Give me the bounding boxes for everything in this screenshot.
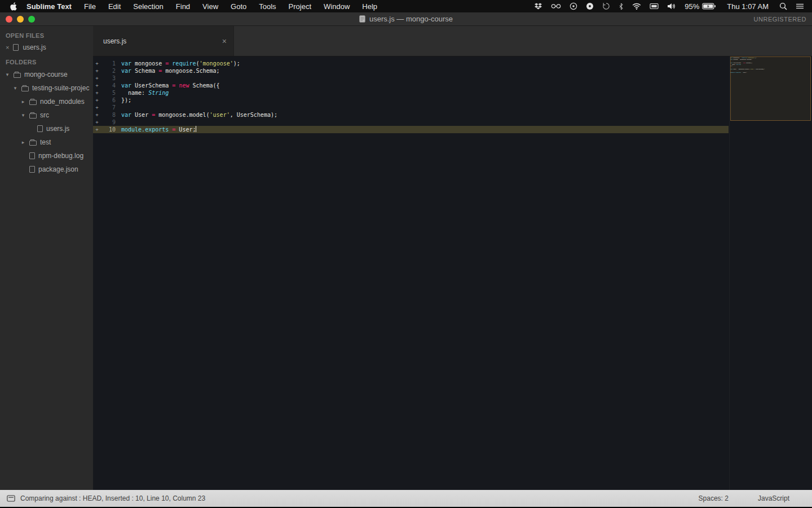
display-icon[interactable] [650, 3, 659, 10]
circle-app-icon[interactable] [586, 2, 594, 10]
code-text: var User = mongoose.model('user', UserSc… [116, 111, 277, 119]
line-number: 3 [101, 75, 116, 82]
diff-added-marker: + [93, 104, 101, 111]
code-line-9[interactable]: +9 [93, 119, 729, 126]
glasses-icon[interactable] [551, 3, 561, 9]
tree-item-label: testing-suite-projec [32, 84, 89, 92]
volume-icon[interactable] [667, 3, 676, 10]
disclosure-triangle-icon[interactable]: ▾ [12, 85, 18, 91]
folder-icon [29, 100, 37, 105]
file-icon [29, 166, 35, 173]
code-lines: +1var mongoose = require('mongoose');+2v… [93, 56, 729, 133]
menu-help[interactable]: Help [362, 2, 377, 11]
minimize-window-button[interactable] [17, 16, 24, 23]
code-token: , UserSchema); [230, 112, 277, 118]
code-token: Schema [131, 68, 158, 74]
menu-project[interactable]: Project [289, 2, 311, 11]
tree-item-label: mongo-course [24, 71, 68, 78]
tree-item-label: package.json [38, 165, 78, 173]
file-icon [29, 152, 35, 159]
window-title: users.js — mongo-course [369, 15, 453, 23]
spotlight-icon[interactable] [779, 2, 787, 10]
wifi-icon[interactable] [632, 3, 641, 10]
code-line-1[interactable]: +1var mongoose = require('mongoose'); [93, 60, 729, 67]
code-token: User; [175, 126, 196, 133]
notification-center-icon[interactable] [796, 3, 804, 10]
tree-item-node-modules[interactable]: ▸node_modules [0, 95, 93, 108]
diff-added-marker: + [93, 111, 101, 119]
code-line-3[interactable]: +3 [93, 75, 729, 82]
code-token: Schema({ [189, 82, 219, 89]
tree-item-package-json[interactable]: package.json [0, 163, 93, 176]
app-menu-title[interactable]: Sublime Text [27, 2, 72, 11]
menu-window[interactable]: Window [324, 2, 350, 11]
window-titlebar: users.js — mongo-course UNREGISTERED [0, 12, 812, 26]
indent-status[interactable]: Spaces: 2 [699, 494, 729, 502]
code-line-8[interactable]: +8var User = mongoose.model('user', User… [93, 111, 729, 119]
code-line-4[interactable]: +4var UserSchema = new Schema({ [93, 82, 729, 89]
line-number: 7 [101, 104, 116, 111]
file-icon [37, 125, 43, 132]
code-token: var [121, 112, 131, 118]
diff-added-marker: + [93, 89, 101, 97]
text-cursor [196, 126, 196, 132]
menu-view[interactable]: View [202, 2, 218, 11]
code-token: mongoose [131, 60, 165, 67]
file-icon [13, 44, 19, 51]
tab-label: users.js [103, 37, 222, 45]
menu-selection[interactable]: Selection [133, 2, 163, 11]
disclosure-triangle-icon[interactable]: ▾ [20, 112, 26, 118]
tree-item-mongo-course[interactable]: ▾mongo-course [0, 68, 93, 81]
dropbox-icon[interactable] [534, 3, 542, 10]
apple-menu-icon[interactable] [10, 2, 17, 11]
tab-close-icon[interactable]: × [222, 37, 227, 45]
menu-goto[interactable]: Goto [231, 2, 246, 11]
time-machine-icon[interactable] [602, 2, 610, 10]
close-open-file-icon[interactable]: × [6, 45, 9, 51]
minimap-viewport[interactable] [730, 56, 811, 121]
code-line-10[interactable]: +10module.exports = User; [93, 126, 729, 133]
code-line-6[interactable]: +6}); [93, 97, 729, 104]
open-file-item[interactable]: ×users.js [0, 41, 93, 54]
diff-added-marker: + [93, 82, 101, 89]
close-window-button[interactable] [6, 16, 12, 23]
tree-item-label: users.js [46, 125, 69, 133]
status-right: Spaces: 2 JavaScript [699, 494, 805, 502]
menubar-status-area: 95% Thu 1:07 AM [534, 2, 806, 11]
menu-tools[interactable]: Tools [259, 2, 276, 11]
line-number: 1 [101, 60, 116, 67]
menubar: Sublime Text FileEditSelectionFindViewGo… [0, 0, 812, 12]
menu-edit[interactable]: Edit [108, 2, 121, 11]
disclosure-triangle-icon[interactable]: ▸ [20, 99, 26, 104]
disclosure-triangle-icon[interactable]: ▾ [5, 72, 10, 77]
tree-item-test[interactable]: ▸test [0, 135, 93, 149]
tree-item-users-js[interactable]: users.js [0, 122, 93, 135]
disclosure-triangle-icon[interactable]: ▸ [20, 139, 26, 145]
bluetooth-icon[interactable] [619, 3, 624, 10]
code-text [116, 75, 121, 82]
code-token: 'mongoose' [200, 60, 233, 67]
tree-item-npm-debug-log[interactable]: npm-debug.log [0, 149, 93, 163]
code-line-2[interactable]: +2var Schema = mongoose.Schema; [93, 67, 729, 75]
code-text [116, 104, 121, 111]
minimap[interactable]: var mongoose = require('mongoose');var S… [729, 56, 812, 490]
code-line-5[interactable]: +5 name: String [93, 89, 729, 97]
tree-item-testing-suite-projec[interactable]: ▾testing-suite-projec [0, 81, 93, 95]
code-token: UserSchema [131, 82, 172, 89]
tab-users-js[interactable]: users.js × [93, 26, 234, 56]
menubar-clock[interactable]: Thu 1:07 AM [727, 2, 769, 11]
editor[interactable]: +1var mongoose = require('mongoose');+2v… [93, 56, 812, 490]
code-line-7[interactable]: +7 [93, 104, 729, 111]
menu-find[interactable]: Find [176, 2, 190, 11]
tree-item-src[interactable]: ▾src [0, 108, 93, 122]
status-panel-icon[interactable] [7, 495, 15, 502]
code-token: module.exports [121, 126, 172, 133]
syntax-status[interactable]: JavaScript [758, 494, 789, 502]
diff-added-marker: + [93, 97, 101, 104]
disc-icon[interactable] [570, 2, 577, 10]
line-number: 2 [101, 67, 116, 75]
zoom-window-button[interactable] [28, 16, 35, 23]
battery-indicator[interactable]: 95% [685, 2, 716, 11]
menu-file[interactable]: File [84, 2, 96, 11]
code-text: var mongoose = require('mongoose'); [116, 60, 240, 67]
